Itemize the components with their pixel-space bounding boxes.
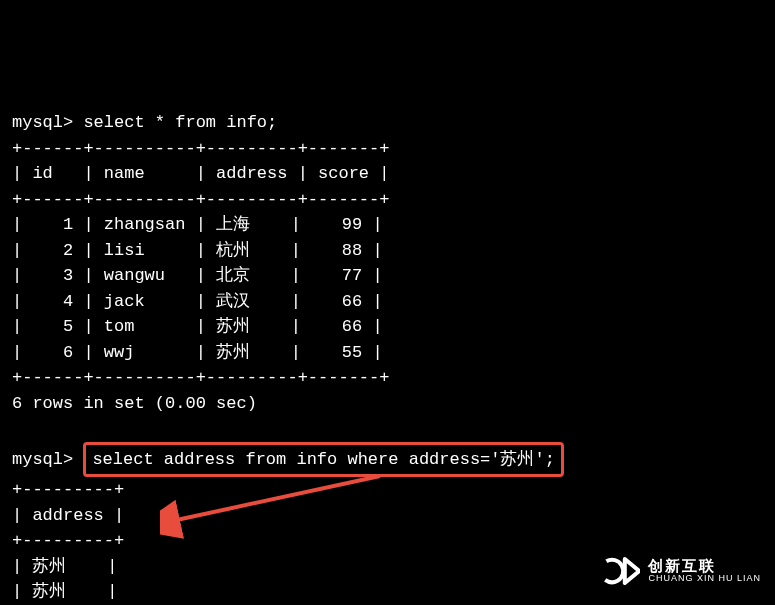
svg-line-1	[172, 476, 380, 521]
table2-row: | 苏州 |	[12, 582, 117, 601]
table1-row: | 4 | jack | 武汉 | 66 |	[12, 292, 383, 311]
watermark-text-cn: 创新互联	[648, 558, 761, 574]
table1-header: | id | name | address | score |	[12, 164, 389, 183]
highlighted-query: select address from info where address='…	[83, 442, 563, 478]
table1-row: | 5 | tom | 苏州 | 66 |	[12, 317, 383, 336]
watermark: 创新互联 CHUANG XIN HU LIAN	[600, 551, 761, 591]
table1-footer: 6 rows in set (0.00 sec)	[12, 394, 257, 413]
table1-row: | 2 | lisi | 杭州 | 88 |	[12, 241, 383, 260]
query1: select * from info;	[83, 113, 277, 132]
table1-bottom-sep: +------+----------+---------+-------+	[12, 368, 389, 387]
table1-row: | 3 | wangwu | 北京 | 77 |	[12, 266, 383, 285]
table1-row: | 6 | wwj | 苏州 | 55 |	[12, 343, 383, 362]
table1-mid-sep: +------+----------+---------+-------+	[12, 190, 389, 209]
table2-row: | 苏州 |	[12, 557, 117, 576]
watermark-text-en: CHUANG XIN HU LIAN	[648, 574, 761, 583]
table2-mid-sep: +---------+	[12, 531, 124, 550]
svg-marker-3	[625, 559, 639, 583]
mysql-prompt: mysql>	[12, 113, 73, 132]
watermark-logo-icon	[600, 551, 640, 591]
table2-header: | address |	[12, 506, 124, 525]
mysql-prompt: mysql>	[12, 450, 73, 469]
table2-top-sep: +---------+	[12, 480, 124, 499]
table1-top-sep: +------+----------+---------+-------+	[12, 139, 389, 158]
table1-row: | 1 | zhangsan | 上海 | 99 |	[12, 215, 383, 234]
